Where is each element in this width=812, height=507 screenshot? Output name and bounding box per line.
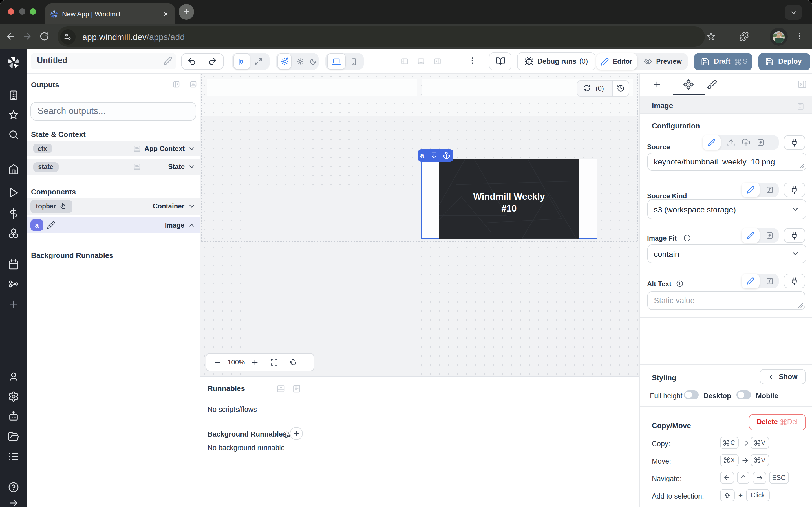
svg-text:Windmill Weekly: Windmill Weekly xyxy=(473,191,545,202)
svg-text:#10: #10 xyxy=(501,203,516,214)
